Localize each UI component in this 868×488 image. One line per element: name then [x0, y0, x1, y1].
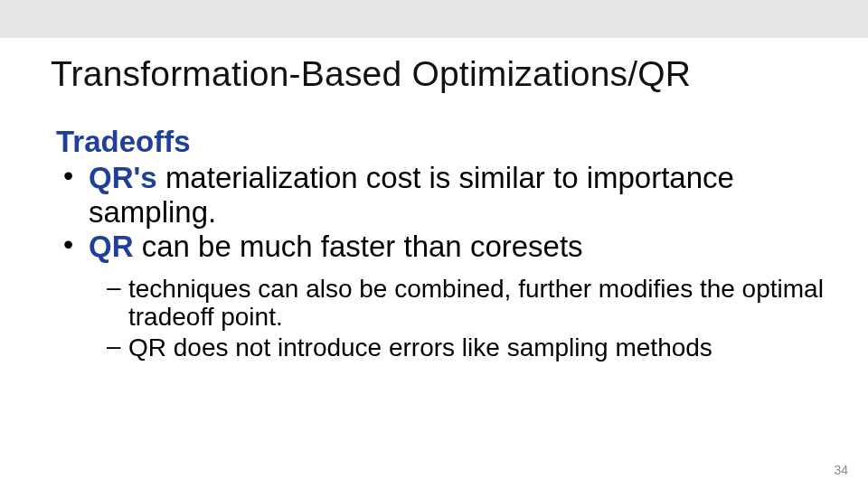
- bullet-text: materialization cost is similar to impor…: [89, 161, 734, 229]
- sub-bullet-list: techniques can also be combined, further…: [101, 275, 832, 361]
- bullet-text: can be much faster than coresets: [142, 230, 583, 263]
- sub-bullet-item: QR does not introduce errors like sampli…: [101, 333, 832, 361]
- slide: Transformation-Based Optimizations/QR Tr…: [0, 0, 868, 488]
- top-banner: [0, 0, 868, 38]
- sub-bullet-item: techniques can also be combined, further…: [101, 275, 832, 332]
- bullet-item: QR's materialization cost is similar to …: [56, 161, 832, 230]
- section-heading: Tradeoffs: [56, 125, 832, 159]
- bullet-list: QR's materialization cost is similar to …: [56, 161, 832, 361]
- bullet-accent: QR's: [89, 161, 165, 194]
- page-number: 34: [834, 463, 848, 477]
- slide-title: Transformation-Based Optimizations/QR: [0, 38, 868, 94]
- bullet-accent: QR: [89, 230, 142, 263]
- content-area: Tradeoffs QR's materialization cost is s…: [0, 94, 868, 361]
- bullet-item: QR can be much faster than coresets tech…: [56, 230, 832, 361]
